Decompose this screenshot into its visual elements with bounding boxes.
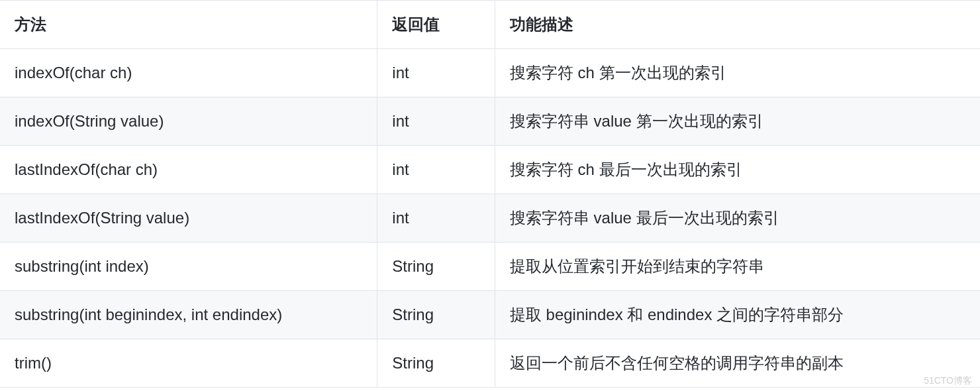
cell-return-value: String xyxy=(377,339,495,388)
header-description: 功能描述 xyxy=(495,1,980,49)
table-body: indexOf(char ch) int 搜索字符 ch 第一次出现的索引 in… xyxy=(0,49,980,388)
cell-description: 提取从位置索引开始到结束的字符串 xyxy=(495,243,980,291)
cell-description: 搜索字符 ch 最后一次出现的索引 xyxy=(495,146,980,194)
header-return-value: 返回值 xyxy=(377,1,495,49)
table-row: trim() String 返回一个前后不含任何空格的调用字符串的副本 xyxy=(0,339,980,388)
cell-method: substring(int index) xyxy=(0,243,377,291)
cell-return-value: String xyxy=(377,243,495,291)
table-row: lastIndexOf(String value) int 搜索字符串 valu… xyxy=(0,194,980,243)
cell-method: indexOf(String value) xyxy=(0,97,377,146)
cell-method: substring(int beginindex, int endindex) xyxy=(0,291,377,339)
cell-description: 搜索字符串 value 最后一次出现的索引 xyxy=(495,194,980,243)
cell-description: 搜索字符 ch 第一次出现的索引 xyxy=(495,49,980,97)
table-row: lastIndexOf(char ch) int 搜索字符 ch 最后一次出现的… xyxy=(0,146,980,194)
cell-method: trim() xyxy=(0,339,377,388)
table-header: 方法 返回值 功能描述 xyxy=(0,1,980,49)
cell-return-value: int xyxy=(377,146,495,194)
cell-return-value: String xyxy=(377,291,495,339)
table-row: indexOf(char ch) int 搜索字符 ch 第一次出现的索引 xyxy=(0,49,980,97)
cell-description: 搜索字符串 value 第一次出现的索引 xyxy=(495,97,980,146)
cell-description: 提取 beginindex 和 endindex 之间的字符串部分 xyxy=(495,291,980,339)
cell-return-value: int xyxy=(377,49,495,97)
cell-description: 返回一个前后不含任何空格的调用字符串的副本 xyxy=(495,339,980,388)
header-row: 方法 返回值 功能描述 xyxy=(0,1,980,49)
cell-method: indexOf(char ch) xyxy=(0,49,377,97)
methods-table: 方法 返回值 功能描述 indexOf(char ch) int 搜索字符 ch… xyxy=(0,0,980,388)
cell-method: lastIndexOf(String value) xyxy=(0,194,377,243)
cell-return-value: int xyxy=(377,194,495,243)
header-method: 方法 xyxy=(0,1,377,49)
table-row: substring(int index) String 提取从位置索引开始到结束… xyxy=(0,243,980,291)
table-row: substring(int beginindex, int endindex) … xyxy=(0,291,980,339)
cell-return-value: int xyxy=(377,97,495,146)
table-row: indexOf(String value) int 搜索字符串 value 第一… xyxy=(0,97,980,146)
cell-method: lastIndexOf(char ch) xyxy=(0,146,377,194)
